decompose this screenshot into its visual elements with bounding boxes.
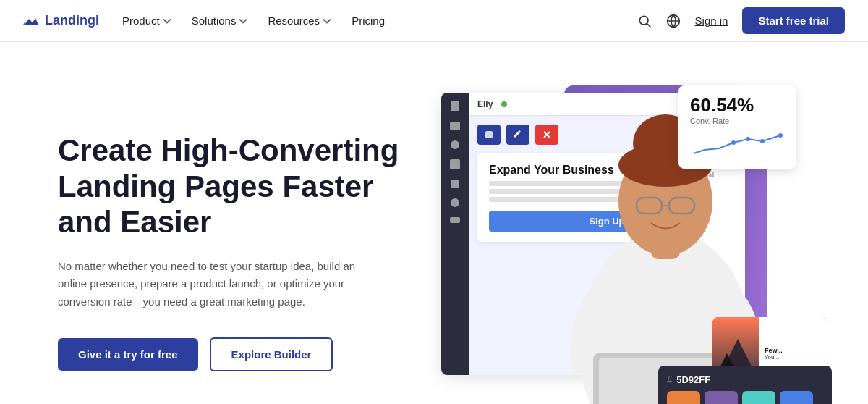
try-free-button[interactable]: Give it a try for free <box>58 338 198 371</box>
nav-product[interactable]: Product <box>122 14 171 27</box>
sidebar-code-icon <box>450 217 460 223</box>
tool-delete-icon <box>535 125 558 145</box>
tool-move-icon <box>477 125 501 145</box>
logo-icon <box>23 14 39 28</box>
sidebar-text-icon <box>451 101 459 111</box>
hero-buttons: Give it a try for free Explore Builder <box>58 337 405 371</box>
svg-point-6 <box>760 139 765 143</box>
conversion-rate-card: 60.54% Conv. Rate <box>678 85 796 169</box>
lp-line-3 <box>489 197 631 202</box>
nav-solutions[interactable]: Solutions <box>192 14 248 27</box>
editor-sidebar <box>441 93 469 375</box>
swatch-blue[interactable] <box>780 391 813 404</box>
svg-point-4 <box>731 140 736 145</box>
hero-description: No matter whether you need to test your … <box>58 258 362 311</box>
svg-point-5 <box>746 137 750 141</box>
conversion-rate-label: Conv. Rate <box>690 117 784 125</box>
nav-left: Landingi Product Solutions Resources Pri… <box>23 13 385 28</box>
mountain-card-subtitle: You... <box>765 354 822 361</box>
brand-name: Landingi <box>45 13 99 28</box>
start-trial-button[interactable]: Start free trial <box>742 7 845 34</box>
explore-builder-button[interactable]: Explore Builder <box>210 337 333 371</box>
sidebar-grid-icon <box>450 159 460 169</box>
chevron-down-icon <box>239 17 247 25</box>
sidebar-image-icon <box>450 122 460 130</box>
svg-line-2 <box>647 23 650 27</box>
svg-rect-8 <box>485 131 493 138</box>
palette-input-row: # 5D92FF <box>667 374 823 385</box>
sidebar-crop-icon <box>451 180 459 188</box>
color-swatches <box>667 391 823 404</box>
conversion-chart <box>690 128 784 157</box>
hero-visual: 60.54% Conv. Rate <box>420 71 825 404</box>
panel-bg-row: Background <box>679 172 739 179</box>
nav-right: Sign in Start free trial <box>637 7 845 34</box>
editor-user-label: Elly <box>477 99 493 109</box>
swatch-orange[interactable] <box>667 391 700 404</box>
color-hex-value: 5D92FF <box>676 374 710 385</box>
nav-links: Product Solutions Resources Pricing <box>122 14 385 27</box>
tool-edit-icon <box>506 125 529 145</box>
hero-section: Create High-Converting Landing Pages Fas… <box>0 42 868 404</box>
sidebar-shape-icon <box>451 140 459 149</box>
hero-title: Create High-Converting Landing Pages Fas… <box>58 132 405 240</box>
chevron-down-icon <box>163 17 171 25</box>
panel-bg-label: Background <box>679 172 714 179</box>
navbar: Landingi Product Solutions Resources Pri… <box>0 0 868 42</box>
logo[interactable]: Landingi <box>23 13 99 28</box>
hero-text: Create High-Converting Landing Pages Fas… <box>58 132 405 371</box>
online-indicator <box>501 101 507 107</box>
conversion-rate-value: 60.54% <box>690 94 784 117</box>
chevron-down-icon <box>323 17 331 25</box>
color-palette-card: # 5D92FF <box>658 366 832 404</box>
swatch-teal[interactable] <box>742 391 775 404</box>
search-icon[interactable] <box>637 14 652 28</box>
nav-resources[interactable]: Resources <box>268 14 331 27</box>
signin-button[interactable]: Sign in <box>695 14 728 27</box>
swatch-purple[interactable] <box>705 391 738 404</box>
hash-symbol: # <box>667 374 672 385</box>
sidebar-settings-icon <box>451 198 459 207</box>
svg-point-1 <box>639 16 648 25</box>
mountain-card-title: Few... <box>765 347 822 354</box>
globe-icon[interactable] <box>666 14 681 28</box>
nav-pricing[interactable]: Pricing <box>352 14 385 27</box>
svg-point-7 <box>778 133 783 138</box>
